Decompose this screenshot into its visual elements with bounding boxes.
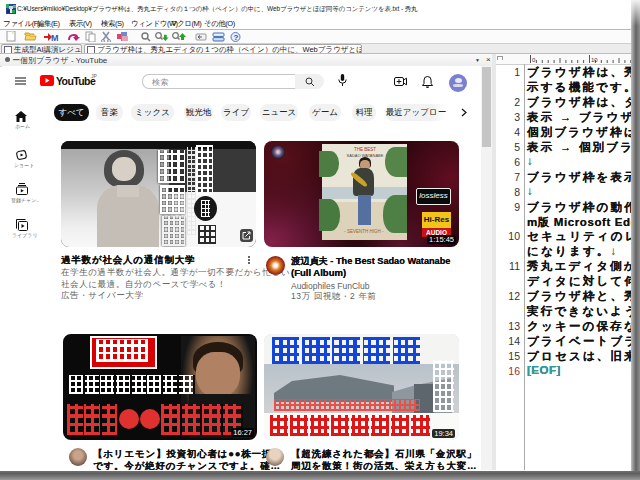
svg-text:10: 10 <box>591 57 598 63</box>
svg-text:0: 0 <box>532 57 536 63</box>
svg-text:?: ? <box>234 33 239 42</box>
svg-text:M: M <box>51 33 59 42</box>
